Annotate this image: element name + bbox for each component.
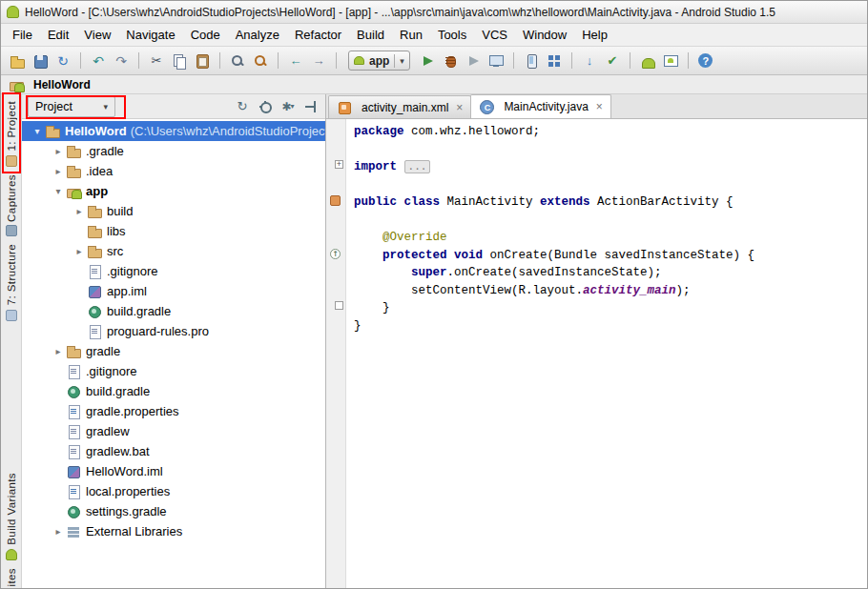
layout-xml-icon [337, 100, 352, 115]
gradle-sync-button[interactable] [637, 51, 658, 71]
tab-activity-main-xml[interactable]: activity_main.xml× [328, 95, 471, 118]
project-view-dropdown[interactable]: Project ▾ [28, 96, 115, 117]
tree-item-proguard-rules-pro[interactable]: proguard-rules.pro [22, 321, 325, 341]
tree-item-build[interactable]: ▸build [22, 201, 325, 221]
tree-item-app[interactable]: ▾app [22, 181, 325, 201]
redo-button[interactable]: ↷ [111, 51, 132, 71]
sync-icon: ↻ [54, 52, 72, 70]
code-line: @Override [354, 229, 867, 247]
menu-view[interactable]: View [76, 26, 118, 44]
tree-item-build-gradle[interactable]: build.gradle [22, 301, 325, 321]
copy-button[interactable] [169, 51, 190, 71]
marker-icon[interactable] [330, 195, 341, 206]
tree-item-app-iml[interactable]: app.iml [22, 281, 325, 301]
menu-file[interactable]: File [5, 26, 40, 44]
open-button[interactable] [7, 51, 28, 71]
tool-button-build-variants[interactable]: Build Variants [6, 473, 17, 560]
libraries-icon [66, 524, 81, 539]
cut-button[interactable]: ✂ [146, 51, 167, 71]
menu-help[interactable]: Help [574, 26, 615, 44]
expanded-arrow-icon[interactable]: ▾ [30, 126, 45, 136]
tree-item--gitignore[interactable]: .gitignore [22, 361, 325, 381]
coverage-button[interactable] [463, 51, 484, 71]
gradle-sync-icon [639, 52, 656, 70]
replace-icon [252, 52, 269, 70]
run-configuration-dropdown[interactable]: app▾ [348, 51, 410, 71]
paste-button[interactable] [192, 51, 213, 71]
code-editor[interactable]: package com.whz.helloword; import ... pu… [346, 119, 867, 589]
tree-item-gradle[interactable]: ▸gradle [22, 341, 325, 361]
text-file-icon [87, 324, 102, 339]
code-line [354, 176, 867, 194]
tree-item-helloword-iml[interactable]: HelloWord.iml [22, 461, 325, 481]
tree-item--gitignore[interactable]: .gitignore [22, 261, 325, 281]
tool-button-label: Captures [6, 174, 17, 222]
collapsed-arrow-icon[interactable]: ▸ [72, 246, 87, 256]
tree-item-label: app [86, 184, 108, 198]
settings-icon[interactable]: ✱▾ [279, 98, 297, 115]
collapsed-arrow-icon[interactable]: ▸ [51, 346, 66, 356]
forward-button[interactable]: → [308, 51, 329, 71]
tree-item-external-libraries[interactable]: ▸External Libraries [22, 521, 325, 541]
collapsed-arrow-icon[interactable]: ▸ [51, 526, 66, 537]
menu-edit[interactable]: Edit [40, 26, 76, 44]
tree-item-helloword[interactable]: ▾HelloWord (C:\Users\whz\AndroidStudioPr… [22, 121, 325, 141]
close-icon[interactable]: × [456, 101, 463, 114]
fold-end-icon[interactable] [335, 301, 343, 310]
tree-item-gradlew[interactable]: gradlew [22, 421, 325, 441]
tab-mainactivity-java[interactable]: MainActivity.java× [470, 94, 611, 118]
menu-tools[interactable]: Tools [430, 26, 474, 44]
debug-button[interactable] [440, 51, 461, 71]
expanded-arrow-icon[interactable]: ▾ [51, 186, 66, 196]
code-line: super.onCreate(savedInstanceState); [354, 264, 867, 282]
vcs-commit-button[interactable]: ✔ [602, 51, 623, 71]
sync-button[interactable]: ↻ [52, 51, 73, 71]
tree-item-gradlew-bat[interactable]: gradlew.bat [22, 441, 325, 461]
attach-debugger-button[interactable] [486, 51, 506, 71]
collapsed-arrow-icon[interactable]: ▸ [51, 166, 66, 176]
tool-button-favorites[interactable]: ites [6, 568, 17, 587]
replace-button[interactable] [250, 51, 271, 71]
tree-item--idea[interactable]: ▸.idea [22, 161, 325, 181]
menu-navigate[interactable]: Navigate [118, 26, 182, 44]
breadcrumb[interactable]: HelloWord [33, 78, 91, 91]
code-line: setContentView(R.layout.activity_main); [354, 282, 867, 300]
undo-button[interactable]: ↶ [88, 51, 109, 71]
save-button[interactable] [30, 51, 51, 71]
menu-vcs[interactable]: VCS [474, 26, 515, 44]
tree-item-libs[interactable]: libs [22, 221, 325, 241]
menu-window[interactable]: Window [515, 26, 574, 44]
collapsed-arrow-icon[interactable]: ▸ [72, 206, 87, 216]
tool-button-project[interactable]: 1: Project [6, 101, 17, 167]
menu-build[interactable]: Build [349, 26, 392, 44]
override-icon[interactable]: ↑ [330, 249, 341, 259]
menu-run[interactable]: Run [392, 26, 430, 44]
sdk-manager-button[interactable] [544, 51, 565, 71]
hide-icon[interactable] [302, 98, 320, 115]
vcs-update-button[interactable]: ↓ [579, 51, 600, 71]
help-button[interactable]: ? [695, 51, 716, 71]
device-monitor-icon [662, 52, 679, 70]
tool-button-structure[interactable]: 7: Structure [6, 244, 17, 320]
back-button[interactable]: ← [285, 51, 306, 71]
locate-icon[interactable] [257, 98, 274, 115]
run-button[interactable] [417, 51, 438, 71]
find-button[interactable] [227, 51, 248, 71]
tree-item-gradle-properties[interactable]: gradle.properties [22, 401, 325, 421]
menu-code[interactable]: Code [183, 26, 228, 44]
code-line [354, 141, 867, 159]
tool-button-captures[interactable]: Captures [6, 174, 17, 237]
menu-refactor[interactable]: Refactor [287, 26, 349, 44]
collapsed-arrow-icon[interactable]: ▸ [51, 146, 66, 156]
close-icon[interactable]: × [596, 100, 603, 113]
menu-analyze[interactable]: Analyze [228, 26, 287, 44]
tree-item-local-properties[interactable]: local.properties [22, 481, 325, 501]
tree-item--gradle[interactable]: ▸.gradle [22, 141, 325, 161]
tree-item-settings-gradle[interactable]: settings.gradle [22, 501, 325, 521]
refresh-icon[interactable]: ↻ [234, 98, 251, 115]
device-monitor-button[interactable] [660, 51, 681, 71]
tree-item-build-gradle[interactable]: build.gradle [22, 381, 325, 401]
tree-item-src[interactable]: ▸src [22, 241, 325, 261]
fold-plus-icon[interactable]: + [335, 160, 343, 169]
avd-manager-button[interactable] [521, 51, 542, 71]
